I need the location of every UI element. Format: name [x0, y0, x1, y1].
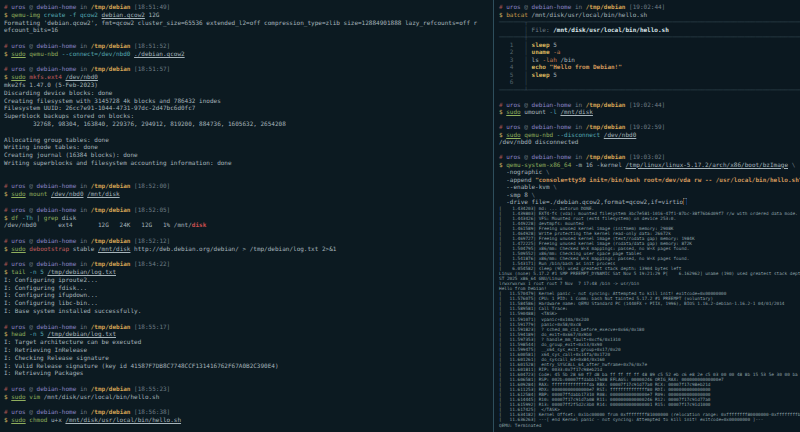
terminal-line: ───────┼────────────────────────────────…: [499, 33, 800, 41]
terminal-line: # uros @ debian-home in /tmp/debian [18:…: [4, 408, 493, 416]
terminal-text: /mnt/disk/usr/local/bin/hello.sh: [553, 26, 669, 33]
terminal-text: --disconnect: [553, 131, 604, 138]
terminal-text: /mnt/disk: [98, 245, 131, 252]
terminal-text: │: [524, 71, 531, 78]
terminal-line: # uros @ debian-home in /tmp/debian [18:…: [4, 323, 493, 331]
right-terminal-pane[interactable]: # uros @ debian-home in /tmp/debian [19:…: [494, 0, 800, 432]
terminal-text: │: [524, 78, 528, 85]
terminal-text: mkfs.ext4: [26, 73, 66, 80]
terminal-text: /tmp/debian: [91, 42, 131, 49]
terminal-line: # uros @ debian-home in /tmp/debian [19:…: [499, 3, 800, 11]
terminal-line: mke2fs 1.47.0 (5-Feb-2023): [4, 81, 493, 89]
terminal-line: ───────┬────────────────────────────────…: [499, 18, 800, 26]
terminal-line: ───────┴────────────────────────────────…: [499, 86, 800, 94]
terminal-text: u+x: [47, 416, 65, 423]
terminal-text: File:: [532, 26, 554, 33]
terminal-text: Writing superblocks and filesystem accou…: [4, 159, 232, 166]
terminal-line: 6 │: [499, 78, 800, 86]
terminal-text: │: [524, 41, 531, 48]
terminal-text: 5: [550, 41, 557, 48]
terminal-text: @: [26, 206, 37, 213]
terminal-text: /tmp/debian: [91, 3, 131, 10]
terminal-text: \: [546, 168, 550, 175]
terminal-text: umount: [521, 108, 546, 115]
terminal-text: 3: [499, 56, 524, 63]
terminal-line: 5 │ sleep 5: [499, 71, 800, 79]
terminal-text: vim: [26, 393, 40, 400]
terminal-text: echo: [532, 63, 546, 70]
terminal-line: Discarding device blocks: done: [4, 89, 493, 97]
terminal-text: /tmp/debian: [91, 408, 131, 415]
terminal-text: @: [521, 153, 532, 160]
terminal-text: debian-home: [37, 206, 77, 213]
terminal-text: in: [76, 260, 90, 267]
terminal-text: ───────┬────────────────────────────────…: [499, 18, 800, 25]
terminal-line: /dev/nbd0 ext4 12G 24K 12G 1% /mnt/disk: [4, 221, 493, 229]
terminal-text: batcat: [506, 11, 528, 18]
terminal-text: --enable-kvm: [499, 183, 553, 190]
terminal-line: # uros @ debian-home in /tmp/debian [18:…: [4, 385, 493, 393]
left-terminal-pane[interactable]: # uros @ debian-home in /tmp/debian [18:…: [0, 0, 493, 432]
terminal-text: /mnt/disk: [87, 190, 120, 197]
terminal-text: debian-home: [37, 237, 77, 244]
terminal-line: I: Configuring fdisk...: [4, 284, 493, 292]
terminal-text: debian.qcow2: [102, 11, 145, 18]
terminal-text: [18:55:23]: [131, 385, 171, 392]
terminal-text: I: Base system installed successfully.: [4, 307, 141, 314]
terminal-line: Creating filesystem with 3145728 4k bloc…: [4, 97, 493, 105]
terminal-text: /tmp/debian: [91, 182, 131, 189]
terminal-line: │ File: /mnt/disk/usr/local/bin/hello.sh: [499, 26, 800, 34]
terminal-text: in: [76, 237, 90, 244]
terminal-text: \: [788, 161, 795, 168]
terminal-line: # uros @ debian-home in /tmp/debian [19:…: [499, 101, 800, 109]
terminal-text: in: [571, 123, 585, 130]
terminal-text: I: Valid Release signature (key id 41587…: [4, 362, 279, 369]
terminal-text: Superblock backups stored on blocks:: [4, 112, 134, 119]
terminal-line: # uros @ debian-home in /tmp/debian [18:…: [4, 206, 493, 214]
terminal-text: uros: [11, 42, 25, 49]
terminal-text: head: [11, 330, 25, 337]
terminal-text: in: [76, 42, 90, 49]
terminal-text: 2: [499, 48, 524, 55]
terminal-text: /bin: [557, 56, 575, 63]
terminal-line: [4, 167, 493, 175]
terminal-line: 2 │ uname -a: [499, 48, 800, 56]
terminal-text: I: Checking Release signature: [4, 354, 109, 361]
terminal-text: in: [571, 153, 585, 160]
terminal-text: sudo: [506, 108, 520, 115]
terminal-text: debian-home: [37, 3, 77, 10]
terminal-text: /tmp/linux/linux-5.17.2/arch/x86/boot/bz…: [625, 161, 788, 168]
terminal-text: /dev/nbd0: [604, 131, 637, 138]
terminal-line: $ sudo qemu-nbd --disconnect /dev/nbd0: [499, 131, 800, 139]
vm-output-line: QEMU: Terminated: [499, 423, 800, 428]
terminal-text: [18:51:49]: [131, 3, 171, 10]
terminal-text: debian-home: [37, 408, 77, 415]
terminal-text: in: [76, 3, 90, 10]
terminal-text: sudo: [506, 131, 520, 138]
terminal-text: \: [532, 191, 536, 198]
terminal-text: debian-home: [37, 42, 77, 49]
terminal-text: /tmp/debian: [91, 385, 131, 392]
terminal-line: I: Base system installed successfully.: [4, 307, 493, 315]
terminal-text: disk: [192, 221, 206, 228]
terminal-text: Discarding device blocks: done: [4, 89, 112, 96]
terminal-text: debian-home: [37, 385, 77, 392]
terminal-line: $ sudo qemu-nbd --connect=/dev/nbd0 ./de…: [4, 50, 493, 58]
terminal-text: @: [26, 182, 37, 189]
terminal-text: │: [499, 26, 532, 33]
terminal-text: create -f qcow2: [40, 11, 101, 18]
terminal-text: uros: [11, 65, 25, 72]
terminal-text: @: [521, 3, 532, 10]
terminal-text: tail: [11, 268, 25, 275]
terminal-line: [4, 401, 493, 409]
terminal-text: qemu-nbd: [26, 50, 59, 57]
terminal-text: /dev/nbd0: [65, 73, 98, 80]
terminal-text: -n 5: [26, 330, 48, 337]
terminal-line: I: Retrieving InRelease: [4, 346, 493, 354]
terminal-line: # uros @ debian-home in /tmp/debian [18:…: [4, 237, 493, 245]
terminal-text: [18:52:12]: [131, 237, 171, 244]
terminal-line: $ sudo umount -l /mnt/disk: [499, 108, 800, 116]
terminal-text: @: [26, 3, 37, 10]
terminal-line: 3 │ ls -lah /bin: [499, 56, 800, 64]
terminal-line: # uros @ debian-home in /tmp/debian [18:…: [4, 260, 493, 268]
